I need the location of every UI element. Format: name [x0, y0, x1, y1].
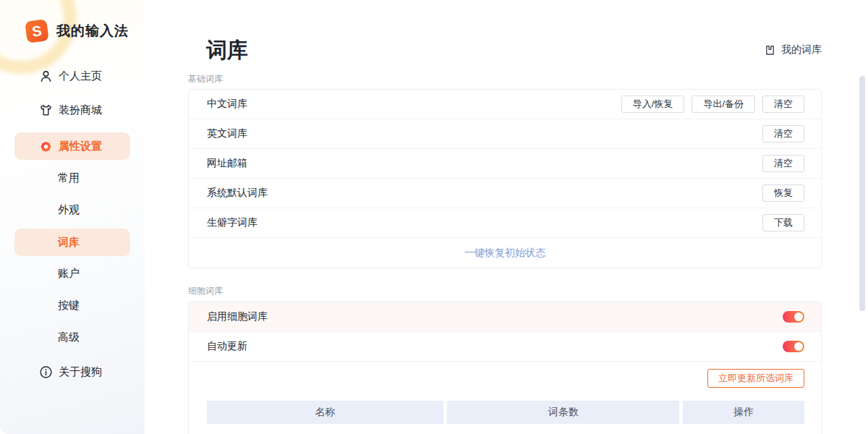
row-label: 网址邮箱: [207, 157, 247, 170]
my-lexicon-label: 我的词库: [781, 43, 822, 56]
app-brand: S 我的输入法: [26, 20, 129, 42]
main-content: 词库 我的词库 基础词库 中文词库 导入/恢复 导出/备份 清空 英文词库 清空: [145, 0, 868, 434]
import-restore-button[interactable]: 导入/恢复: [621, 95, 685, 113]
cell-lexicon-card: 启用细胞词库 自动更新 立即更新所选词库 名称 词条数 操作: [188, 302, 822, 434]
row-url-email: 网址邮箱 清空: [189, 149, 821, 179]
export-backup-button[interactable]: 导出/备份: [692, 95, 755, 113]
row-rare-characters-lexicon: 生僻字词库 下载: [189, 208, 821, 238]
row-label: 自动更新: [207, 340, 247, 353]
enable-cell-lexicon-toggle[interactable]: [783, 311, 804, 323]
info-icon: [39, 365, 53, 379]
page-title: 词库: [206, 36, 248, 65]
reset-link-row: 一键恢复初始状态: [189, 238, 821, 268]
restore-button[interactable]: 恢复: [762, 184, 804, 202]
sidebar-item-keys[interactable]: 按键: [14, 294, 130, 317]
sidebar-item-homepage[interactable]: 个人主页: [14, 64, 130, 88]
sidebar-item-label: 常用: [58, 171, 80, 185]
app-window: S 我的输入法 个人主页 装扮商城 属性设置: [0, 0, 868, 434]
row-label: 中文词库: [207, 98, 247, 111]
sidebar-item-about-sogou[interactable]: 关于搜狗: [14, 360, 130, 383]
sidebar-item-label: 关于搜狗: [59, 365, 102, 379]
sidebar: S 我的输入法 个人主页 装扮商城 属性设置: [0, 0, 145, 434]
sidebar-item-common[interactable]: 常用: [14, 166, 130, 190]
sidebar-item-label: 按键: [58, 299, 80, 312]
basic-lexicon-card: 中文词库 导入/恢复 导出/备份 清空 英文词库 清空 网址邮箱 清空 系统默认…: [188, 89, 822, 268]
sidebar-item-label: 账户: [58, 267, 80, 281]
app-title: 我的输入法: [56, 22, 129, 41]
download-button[interactable]: 下载: [762, 214, 804, 231]
sidebar-item-label: 外观: [58, 203, 80, 217]
one-click-reset-link[interactable]: 一键恢复初始状态: [464, 247, 545, 260]
my-lexicon-icon: [764, 44, 776, 56]
column-header-entry-count: 词条数: [447, 401, 679, 424]
auto-update-toggle[interactable]: [783, 341, 804, 352]
row-english-lexicon: 英文词库 清空: [189, 119, 821, 149]
row-label: 系统默认词库: [207, 187, 268, 200]
sogou-logo-icon: S: [25, 19, 48, 43]
row-chinese-lexicon: 中文词库 导入/恢复 导出/备份 清空: [189, 90, 821, 119]
row-label: 启用细胞词库: [207, 310, 268, 323]
sidebar-item-lexicon[interactable]: 词库: [14, 229, 130, 256]
sidebar-item-settings[interactable]: 属性设置: [14, 132, 130, 160]
my-lexicon-link[interactable]: 我的词库: [764, 43, 822, 56]
clear-button[interactable]: 清空: [762, 95, 804, 113]
sidebar-item-label: 个人主页: [59, 69, 102, 83]
column-header-name: 名称: [207, 401, 443, 424]
row-label: 英文词库: [207, 127, 247, 140]
update-row: 立即更新所选词库: [189, 362, 821, 395]
sidebar-item-account[interactable]: 账户: [14, 262, 130, 285]
person-icon: [39, 69, 53, 83]
sidebar-item-appearance[interactable]: 外观: [14, 198, 130, 221]
section-label-basic: 基础词库: [188, 73, 223, 85]
settings-icon: [39, 140, 53, 153]
sidebar-item-label: 装扮商城: [59, 103, 102, 117]
sidebar-item-label: 高级: [58, 331, 80, 344]
row-system-default-lexicon: 系统默认词库 恢复: [189, 179, 821, 208]
row-auto-update: 自动更新: [189, 332, 821, 362]
sidebar-item-skin-shop[interactable]: 装扮商城: [14, 98, 130, 122]
sidebar-item-advanced[interactable]: 高级: [14, 326, 130, 349]
sidebar-item-label: 词库: [58, 236, 80, 250]
clear-button[interactable]: 清空: [762, 125, 804, 142]
update-selected-lexicons-button[interactable]: 立即更新所选词库: [707, 369, 804, 388]
row-enable-cell-lexicon: 启用细胞词库: [189, 302, 821, 332]
vertical-scrollbar[interactable]: [859, 76, 865, 311]
sidebar-item-label: 属性设置: [59, 140, 102, 153]
tshirt-icon: [39, 103, 53, 117]
column-header-operation: 操作: [683, 401, 804, 424]
section-label-cell: 细胞词库: [188, 285, 223, 297]
clear-button[interactable]: 清空: [762, 155, 804, 172]
row-label: 生僻字词库: [207, 216, 258, 229]
cell-lexicon-table-header: 名称 词条数 操作: [207, 401, 804, 424]
